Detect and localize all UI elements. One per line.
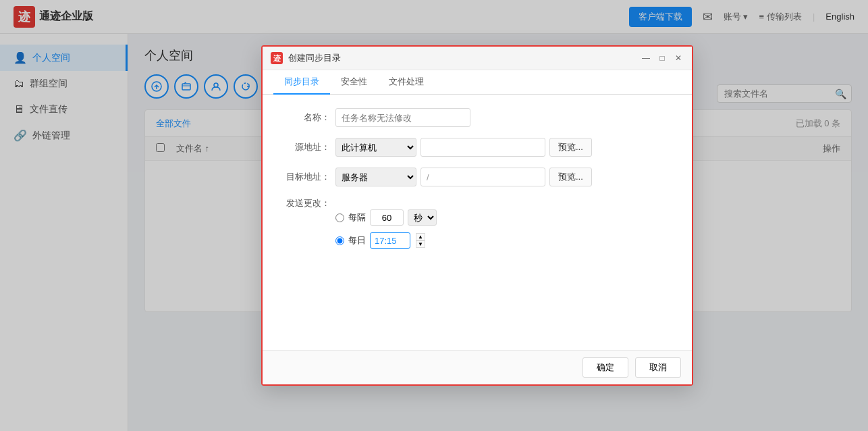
interval-radio[interactable] — [335, 213, 344, 222]
daily-radio[interactable] — [335, 236, 344, 245]
cancel-button[interactable]: 取消 — [635, 357, 681, 378]
window-controls: — □ ✕ — [641, 53, 684, 64]
dest-address-row: 目标地址： 服务器 预览... — [283, 168, 672, 186]
tab-security[interactable]: 安全性 — [330, 70, 378, 95]
src-select[interactable]: 此计算机 — [335, 138, 416, 157]
dest-path-input[interactable] — [421, 168, 545, 186]
send-update-label-row: 发送更改： — [283, 197, 672, 209]
create-sync-dialog: 迹 创建同步目录 — □ ✕ 同步目录 安全性 文件处理 名称： — [261, 45, 693, 386]
layout: 👤 个人空间 🗂 群组空间 🖥 文件直传 🔗 外链管理 个人空间 — [0, 34, 868, 431]
ok-button[interactable]: 确定 — [582, 357, 628, 378]
src-label: 源地址： — [283, 141, 330, 153]
dialog-logo-icon: 迹 — [271, 52, 283, 64]
send-label: 发送更改： — [283, 197, 330, 209]
daily-radio-row: 每日 ▲ ▼ — [335, 232, 672, 249]
time-spinner: ▲ ▼ — [416, 233, 425, 248]
dest-select[interactable]: 服务器 — [335, 168, 416, 186]
tab-sync-dir[interactable]: 同步目录 — [273, 70, 330, 95]
maximize-button[interactable]: □ — [657, 53, 668, 64]
daily-time-input[interactable] — [370, 232, 410, 249]
interval-radio-row: 每隔 秒 分 时 — [335, 209, 672, 226]
dest-label: 目标地址： — [283, 171, 330, 183]
src-address-row: 源地址： 此计算机 预览... — [283, 138, 672, 157]
dest-preview-button[interactable]: 预览... — [549, 168, 592, 186]
time-up-button[interactable]: ▲ — [416, 233, 425, 240]
name-input[interactable] — [335, 108, 470, 127]
close-button[interactable]: ✕ — [673, 53, 684, 64]
dialog-tabs: 同步目录 安全性 文件处理 — [263, 70, 692, 95]
dialog-spacer — [263, 269, 692, 350]
interval-radio-label: 每隔 — [348, 211, 366, 224]
dialog-footer: 确定 取消 — [263, 350, 692, 384]
minimize-button[interactable]: — — [641, 53, 651, 64]
interval-unit-select[interactable]: 秒 分 时 — [408, 209, 437, 226]
daily-radio-label: 每日 — [348, 234, 366, 247]
dialog-body: 名称： 源地址： 此计算机 预览... 目标地址： 服务器 — [263, 95, 692, 269]
tab-file-process[interactable]: 文件处理 — [378, 70, 435, 95]
src-preview-button[interactable]: 预览... — [549, 138, 592, 157]
dialog-title: 创建同步目录 — [288, 52, 635, 64]
time-down-button[interactable]: ▼ — [416, 240, 425, 248]
src-path-input[interactable] — [421, 138, 545, 157]
main-content: 个人空间 — [128, 34, 868, 431]
name-label: 名称： — [283, 111, 330, 124]
dialog-titlebar: 迹 创建同步目录 — □ ✕ — [263, 47, 692, 70]
interval-value-input[interactable] — [370, 209, 404, 226]
name-row: 名称： — [283, 108, 672, 127]
